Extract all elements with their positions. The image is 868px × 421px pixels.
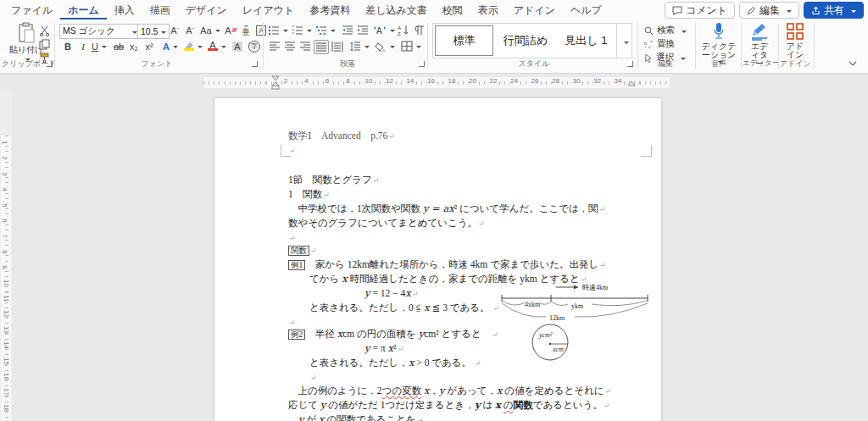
tab-レイアウト[interactable]: レイアウト — [235, 0, 302, 20]
copy-button[interactable] — [37, 38, 51, 51]
replace-button[interactable]: bc 置換 — [644, 38, 675, 50]
font-dialog-launcher[interactable] — [252, 61, 258, 67]
tab-挿入[interactable]: 挿入 — [107, 0, 142, 20]
clipboard-dialog-launcher[interactable] — [47, 61, 53, 67]
superscript-button[interactable]: x² — [142, 40, 156, 53]
ruler-number: 13 — [3, 326, 10, 334]
numbering-button[interactable] — [292, 24, 312, 36]
paragraph-mark: ↵ — [373, 176, 380, 185]
text-boundary-corner — [641, 145, 652, 157]
editing-group-label: 編集 — [644, 58, 687, 69]
style-見出し 1[interactable]: 見出し 1 — [558, 25, 615, 56]
tab-校閲[interactable]: 校閲 — [435, 0, 470, 20]
text-segment: 半径 — [305, 329, 337, 339]
paragraph-mark: ↵ — [310, 374, 317, 382]
text-segment: があって， — [445, 385, 497, 396]
styles-dialog-launcher[interactable] — [627, 61, 633, 67]
show-formatting-marks-button[interactable] — [412, 24, 426, 36]
italic-button[interactable]: I — [76, 40, 90, 53]
style-行間詰め[interactable]: 行間詰め — [497, 25, 554, 56]
font-color-button[interactable]: A — [207, 40, 227, 53]
editing-mode-button[interactable]: 編集 — [739, 2, 799, 19]
tab-ファイル[interactable]: ファイル — [3, 0, 60, 20]
increase-indent-button[interactable] — [356, 24, 370, 36]
addins-button[interactable]: アドイン — [782, 22, 808, 59]
align-left-button[interactable] — [268, 40, 281, 53]
decrease-indent-button[interactable] — [341, 24, 354, 36]
text-segment: = a — [428, 202, 448, 214]
clear-formatting-button[interactable]: A — [224, 24, 237, 36]
line-spacing-button[interactable] — [349, 40, 370, 53]
ruler-number: 22 — [489, 77, 498, 85]
tab-デザイン[interactable]: デザイン — [178, 0, 235, 20]
align-right-button[interactable] — [298, 40, 312, 53]
indent-marker-right[interactable] — [627, 81, 636, 89]
font-size-combo[interactable]: 10.5 — [137, 24, 170, 39]
ruler-number: 34 — [614, 77, 623, 85]
tab-描画[interactable]: 描画 — [142, 0, 178, 20]
tab-ヘルプ[interactable]: ヘルプ — [563, 0, 609, 20]
subscript-button[interactable]: x₂ — [127, 40, 141, 53]
document-line: 数学Ⅰ Advanced p.76↵ — [288, 130, 395, 142]
comments-button[interactable]: コメント — [665, 2, 735, 19]
tab-差し込み文書[interactable]: 差し込み文書 — [358, 0, 435, 20]
horizontal-ruler[interactable]: 246810121416182022242628303234 — [12, 75, 868, 91]
ruler-number: 5 — [1, 203, 8, 207]
strikethrough-button[interactable]: ab — [112, 40, 125, 53]
tab-参考資料[interactable]: 参考資料 — [302, 0, 358, 20]
document-line: ↵ — [309, 371, 317, 384]
tab-ホーム[interactable]: ホーム — [60, 0, 107, 20]
sort-button[interactable]: AZ — [397, 24, 410, 36]
multilevel-list-button[interactable] — [315, 24, 336, 36]
font-name-combo[interactable]: MS ゴシック — [59, 24, 141, 39]
indent-marker-left[interactable] — [271, 75, 280, 90]
share-icon — [811, 6, 821, 15]
distribute-button[interactable] — [331, 40, 344, 53]
collapse-ribbon-button[interactable] — [848, 60, 858, 67]
change-case-button[interactable]: Aa — [200, 24, 220, 36]
paragraph-dialog-launcher[interactable] — [419, 61, 425, 67]
character-scaling-button[interactable]: A — [373, 24, 395, 36]
decrease-indent-icon — [342, 25, 353, 36]
paragraph-mark: ↵ — [289, 234, 296, 242]
highlight-color-button[interactable] — [183, 40, 203, 53]
bold-button[interactable]: B — [61, 40, 75, 53]
enclose-characters-button[interactable]: 字 — [248, 40, 261, 53]
text-effects-button[interactable]: A — [161, 40, 180, 53]
ruler-number: 24 — [509, 77, 519, 85]
paragraph-mark: ↵ — [417, 416, 424, 421]
text-segment: 中学校では，1次関数や関数 — [288, 203, 423, 213]
tab-表示[interactable]: 表示 — [470, 0, 506, 20]
character-border-button[interactable]: A — [254, 24, 268, 36]
page[interactable]: 数学Ⅰ Advanced p.76↵↵1節 関数とグラフ↵1 関数↵ 中学校では… — [214, 97, 662, 421]
bullets-button[interactable] — [268, 24, 288, 36]
tab-アドイン[interactable]: アドイン — [506, 0, 563, 20]
svg-text:時速4km: 時速4km — [582, 284, 609, 291]
text-segment: x — [495, 399, 501, 411]
phonetic-guide-button[interactable]: ア亜 — [239, 23, 253, 36]
underline-button[interactable]: U — [90, 40, 108, 53]
cut-button[interactable] — [37, 25, 51, 37]
document-line: と表される。ただし，0 ≦ x ≦ 3 である。 ↵ — [309, 302, 499, 314]
borders-button[interactable] — [400, 40, 422, 53]
vertical-ruler[interactable]: 123456789101112131415161718 — [0, 91, 12, 421]
justify-button[interactable] — [314, 40, 329, 54]
style-標準[interactable]: 標準 — [435, 25, 493, 56]
align-center-button[interactable] — [283, 40, 297, 53]
document-line: 関数↵ — [288, 244, 317, 257]
document-line: ↵ — [288, 316, 296, 329]
distribute-icon — [331, 42, 343, 52]
document-area[interactable]: 数学Ⅰ Advanced p.76↵↵1節 関数とグラフ↵1 関数↵ 中学校では… — [12, 91, 868, 421]
ruler-number: 14 — [406, 77, 415, 85]
text-segment: 応じて — [288, 400, 320, 410]
grow-font-button[interactable]: Aˆ — [168, 24, 181, 36]
text-segment: 1 関数 — [288, 189, 322, 199]
addins-group-label: アドイン — [780, 58, 810, 69]
share-button[interactable]: 共有 — [804, 2, 864, 19]
document-line: 1 関数↵ — [288, 188, 330, 201]
shading-button[interactable] — [375, 40, 395, 53]
shrink-font-button[interactable]: Aˇ — [183, 24, 197, 36]
styles-gallery-more-button[interactable] — [616, 23, 632, 58]
character-shading-button[interactable]: A — [231, 40, 244, 53]
find-button[interactable]: 検索 — [644, 25, 687, 36]
